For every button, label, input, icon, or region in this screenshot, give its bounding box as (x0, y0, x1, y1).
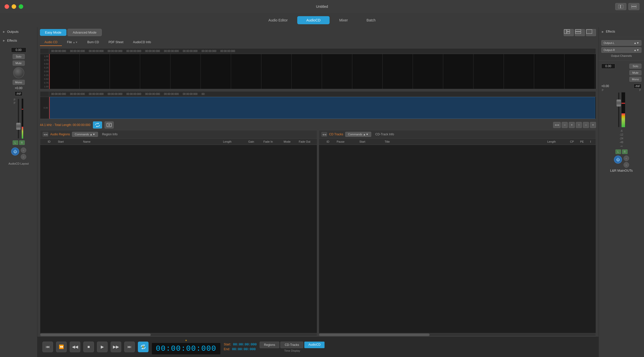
svg-rect-2 (631, 5, 636, 6)
right-power-btn[interactable]: ⏻ (614, 156, 622, 164)
sub-tab-pdfsheet[interactable]: PDF Sheet (104, 39, 128, 46)
right-circle-btn-1[interactable]: ○ (624, 156, 629, 161)
solo-button[interactable]: Solo (13, 54, 25, 59)
ct-length-col: Length (545, 140, 568, 144)
right-fader-handle[interactable] (616, 99, 621, 107)
outputs-label: Outputs (7, 30, 19, 34)
loop-btn[interactable] (138, 342, 148, 352)
file-arrow[interactable]: ▲▼ (73, 41, 78, 44)
right-scale-minus12: -12 (620, 133, 623, 136)
close-button[interactable] (5, 4, 9, 9)
right-mono-btn[interactable]: Mono (629, 77, 641, 82)
time-display-label: Time Display (284, 349, 300, 352)
lower-tick-6: 00:00:00:000 (143, 93, 162, 95)
waveform-canvas[interactable]: 1.00 0.75 0.50 0.25 0.00 0.25 0.50 0.75 … (40, 54, 596, 89)
scroll-plus[interactable]: + (590, 122, 596, 128)
fader-handle[interactable] (16, 123, 21, 130)
right-effects-label: Effects (606, 30, 615, 33)
tab-mixer[interactable]: Mixer (330, 16, 357, 24)
ar-scrollbar[interactable] (40, 333, 317, 336)
right-r-button[interactable]: R (622, 149, 628, 154)
zoom-plus[interactable]: + (569, 122, 575, 128)
rewind-btn[interactable]: ⏪ (56, 342, 67, 352)
right-scale-minus6: -6 (620, 130, 623, 132)
traffic-lights (5, 4, 23, 9)
right-inf-display: -INF (634, 84, 641, 88)
ct-back-btn[interactable]: ◀◀ (321, 132, 327, 137)
output-r-select[interactable]: Output-R ▲▼ (601, 47, 641, 53)
sidebar-item-outputs[interactable]: ▶ Outputs (0, 27, 37, 36)
right-fader-track[interactable] (618, 92, 620, 128)
regions-btn[interactable]: Regions (260, 342, 279, 348)
ar-panel-body (40, 145, 317, 333)
stop-btn[interactable]: ■ (83, 342, 94, 352)
tab-batch[interactable]: Batch (357, 16, 385, 24)
ar-scrollbar-thumb[interactable] (40, 334, 151, 336)
cd-tracks-btn[interactable]: CD-Tracks (280, 342, 303, 348)
volume-knob[interactable] (13, 67, 24, 78)
maximize-button[interactable] (19, 4, 23, 9)
view-btn-3[interactable] (586, 29, 596, 36)
ar-commands-btn[interactable]: Commands ▲▼ (72, 132, 98, 137)
right-solo-btn[interactable]: Solo (629, 64, 641, 69)
ct-commands-btn[interactable]: Commands ▲▼ (345, 132, 371, 137)
main-tabbar: Audio Editor AudioCD Mixer Batch (0, 13, 644, 27)
tab-audiocd[interactable]: AudioCD (297, 16, 330, 24)
scroll-minus[interactable]: − (583, 122, 589, 128)
ct-i-col: I (588, 140, 596, 144)
sub-tab-audiocd[interactable]: Audio CD (40, 39, 62, 46)
waveform-region[interactable] (49, 97, 595, 119)
tab-audio-editor[interactable]: Audio Editor (259, 16, 297, 24)
mute-button[interactable]: Mute (13, 61, 25, 66)
ct-panel-body (319, 145, 596, 333)
advanced-mode-button[interactable]: Advanced Mode (67, 29, 102, 36)
l-button[interactable]: L (13, 140, 18, 145)
zoom-in-out[interactable]: ⟺ (553, 122, 561, 128)
output-r-arrow: ▲▼ (634, 48, 639, 52)
rewind-start-btn[interactable]: ⏮ (42, 342, 53, 352)
zoom-minus[interactable]: − (562, 122, 568, 128)
ruler-tick-1: 00:00:00:000 (49, 50, 68, 53)
view-btn-1[interactable] (564, 29, 574, 36)
right-l-button[interactable]: L (615, 149, 621, 154)
lower-waveform-body[interactable]: 0.00 (40, 97, 596, 119)
play-btn[interactable]: ▶ (97, 342, 108, 352)
power-button[interactable]: ⏻ (11, 147, 19, 156)
titlebar: Untitled (0, 0, 644, 13)
output-l-select[interactable]: Output-L ▲▼ (601, 40, 641, 46)
loop-icon-btn[interactable] (93, 121, 102, 129)
fast-back-btn[interactable]: ◀◀ (70, 342, 80, 352)
ruler-tick-8: 00:00:00:000 (181, 50, 200, 53)
layout-btn-1[interactable] (615, 3, 626, 10)
window-controls (615, 3, 639, 10)
fast-forward-btn[interactable]: ▶▶ (111, 342, 121, 352)
sub-tab-burncd[interactable]: Burn CD (83, 39, 104, 46)
view-btn-2[interactable] (575, 29, 585, 36)
sidebar-item-effects[interactable]: ▶ Effects (0, 36, 37, 45)
mono-button[interactable]: Mono (13, 80, 25, 85)
audiocd-btn[interactable]: AudioCD (304, 342, 325, 348)
ct-scrollbar[interactable] (319, 333, 596, 336)
r-button[interactable]: R (19, 140, 25, 145)
status-bar: 44.1 kHz - Total Length: 00:00:00:000 ⟺ … (37, 120, 599, 130)
ruler-tick-9: 00:00:00:000 (200, 50, 218, 53)
sub-tab-file-label[interactable]: File (67, 40, 72, 44)
easy-mode-button[interactable]: Easy Mode (40, 29, 66, 36)
ct-scrollbar-thumb[interactable] (319, 334, 430, 336)
lower-tick-3: 00:00:00:000 (87, 93, 106, 95)
forward-end-btn[interactable]: ⏭ (124, 342, 135, 352)
right-mute-btn[interactable]: Mute (629, 70, 641, 75)
ar-back-btn[interactable]: ◀◀ (43, 132, 48, 137)
divider-2 (599, 60, 644, 61)
layout-btn-2[interactable] (628, 3, 639, 10)
right-circle-btn-2[interactable]: ○ (624, 162, 629, 168)
sub-tab-audiocdinfo[interactable]: AudioCD Info (129, 39, 156, 46)
fader-track[interactable] (17, 98, 19, 139)
ct-title-col: Title (383, 140, 545, 144)
add-region-btn[interactable] (105, 121, 114, 129)
inf-display: -INF (15, 91, 22, 96)
circle-btn-1[interactable]: ○ (21, 147, 26, 153)
circle-btn-2[interactable]: ○ (21, 154, 26, 160)
minimize-button[interactable] (12, 4, 16, 9)
scroll-up[interactable]: ↑ (576, 122, 582, 128)
